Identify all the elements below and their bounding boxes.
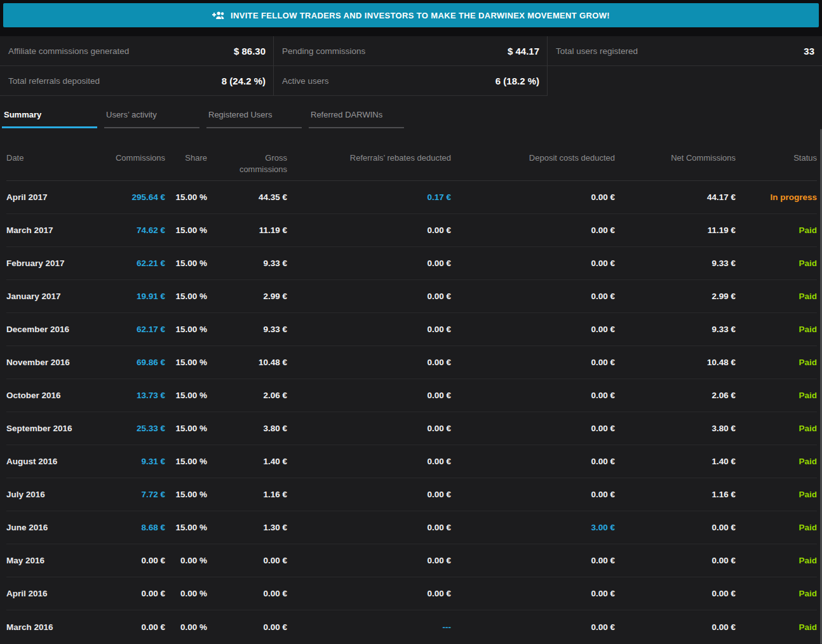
cell-status: Paid bbox=[736, 358, 817, 367]
stat-value: $ 86.30 bbox=[234, 46, 266, 57]
column-header-status: Status bbox=[736, 152, 817, 175]
tab-registered-users[interactable]: Registered Users bbox=[206, 110, 302, 128]
cell-date: December 2016 bbox=[6, 325, 83, 334]
cell-share: 15.00 % bbox=[165, 490, 207, 499]
cell-share: 15.00 % bbox=[165, 258, 207, 268]
cell-gross: 1.16 € bbox=[207, 490, 287, 499]
cell-commissions[interactable]: 7.72 € bbox=[83, 490, 165, 499]
table-row: October 201613.73 €15.00 %2.06 €0.00 €0.… bbox=[6, 379, 817, 412]
cell-commissions[interactable]: 69.86 € bbox=[83, 358, 165, 367]
cell-gross: 11.19 € bbox=[207, 225, 287, 235]
tab-referred-darwins[interactable]: Referred DARWINs bbox=[309, 110, 404, 128]
cell-rebates: 0.00 € bbox=[287, 258, 451, 268]
cell-commissions[interactable]: 295.64 € bbox=[83, 192, 165, 202]
table-row: March 201774.62 €15.00 %11.19 €0.00 €0.0… bbox=[6, 214, 817, 247]
stats-panel: Affiliate commissions generated $ 86.30 … bbox=[0, 36, 822, 96]
column-header-referrals-rebates: Referrals’ rebates deducted bbox=[287, 152, 451, 175]
cell-gross: 9.33 € bbox=[207, 325, 287, 334]
cell-gross: 0.00 € bbox=[207, 622, 287, 632]
cell-gross: 0.00 € bbox=[207, 556, 287, 565]
cell-net: 0.00 € bbox=[615, 589, 736, 598]
cell-deposit: 0.00 € bbox=[451, 258, 615, 268]
cell-date: March 2016 bbox=[6, 622, 83, 632]
stat-value: 33 bbox=[804, 46, 814, 57]
cell-date: September 2016 bbox=[6, 424, 83, 433]
cell-rebates: 0.00 € bbox=[287, 358, 451, 367]
table-row: May 20160.00 €0.00 %0.00 €0.00 €0.00 €0.… bbox=[6, 544, 817, 577]
table-row: January 201719.91 €15.00 %2.99 €0.00 €0.… bbox=[6, 280, 817, 313]
cell-share: 15.00 % bbox=[165, 391, 207, 400]
stats-column-1: Affiliate commissions generated $ 86.30 … bbox=[0, 36, 274, 96]
invite-banner[interactable]: INVITE FELLOW TRADERS AND INVESTORS TO M… bbox=[3, 3, 819, 27]
table-body: April 2017295.64 €15.00 %44.35 €0.17 €0.… bbox=[6, 181, 817, 643]
cell-rebates: 0.00 € bbox=[287, 457, 451, 466]
cell-commissions[interactable]: 62.17 € bbox=[83, 325, 165, 334]
table-row: March 20160.00 €0.00 %0.00 €---0.00 €0.0… bbox=[6, 610, 817, 643]
column-header-deposit-costs: Deposit costs deducted bbox=[451, 152, 615, 175]
cell-rebates: 0.00 € bbox=[287, 556, 451, 565]
tab-users-activity[interactable]: Users’ activity bbox=[104, 110, 199, 128]
cell-rebates: 0.00 € bbox=[287, 523, 451, 532]
cell-commissions[interactable]: 9.31 € bbox=[83, 457, 165, 466]
cell-share: 0.00 % bbox=[165, 556, 207, 565]
cell-commissions[interactable]: 13.73 € bbox=[83, 391, 165, 400]
cell-commissions: 0.00 € bbox=[83, 556, 165, 565]
cell-deposit: 0.00 € bbox=[451, 490, 615, 499]
table-row: April 20160.00 €0.00 %0.00 €0.00 €0.00 €… bbox=[6, 577, 817, 610]
cell-commissions[interactable]: 62.21 € bbox=[83, 258, 165, 268]
cell-gross: 2.06 € bbox=[207, 391, 287, 400]
cell-status: Paid bbox=[736, 523, 817, 532]
cell-share: 15.00 % bbox=[165, 192, 207, 202]
cell-share: 0.00 % bbox=[165, 589, 207, 598]
cell-rebates[interactable]: 0.17 € bbox=[287, 192, 451, 202]
table-row: September 201625.33 €15.00 %3.80 €0.00 €… bbox=[6, 412, 817, 445]
cell-status: Paid bbox=[736, 225, 817, 235]
cell-date: July 2016 bbox=[6, 490, 83, 499]
cell-rebates: 0.00 € bbox=[287, 325, 451, 334]
cell-share: 15.00 % bbox=[165, 292, 207, 301]
cell-rebates[interactable]: --- bbox=[287, 622, 451, 632]
cell-deposit: 0.00 € bbox=[451, 192, 615, 202]
cell-commissions[interactable]: 74.62 € bbox=[83, 225, 165, 235]
cell-deposit: 0.00 € bbox=[451, 391, 615, 400]
cell-net: 10.48 € bbox=[615, 358, 736, 367]
table-row: August 20169.31 €15.00 %1.40 €0.00 €0.00… bbox=[6, 445, 817, 478]
stat-label: Active users bbox=[282, 76, 329, 86]
cell-gross: 1.30 € bbox=[207, 523, 287, 532]
cell-commissions[interactable]: 25.33 € bbox=[83, 424, 165, 433]
cell-deposit: 0.00 € bbox=[451, 589, 615, 598]
cell-rebates: 0.00 € bbox=[287, 424, 451, 433]
cell-deposit: 0.00 € bbox=[451, 325, 615, 334]
cell-date: February 2017 bbox=[6, 258, 83, 268]
cell-share: 15.00 % bbox=[165, 457, 207, 466]
cell-status: Paid bbox=[736, 556, 817, 565]
cell-commissions[interactable]: 8.68 € bbox=[83, 523, 165, 532]
cell-deposit[interactable]: 3.00 € bbox=[451, 523, 615, 532]
tab-summary[interactable]: Summary bbox=[2, 110, 97, 128]
table-row: November 201669.86 €15.00 %10.48 €0.00 €… bbox=[6, 346, 817, 379]
cell-status: Paid bbox=[736, 589, 817, 598]
cell-status: Paid bbox=[736, 325, 817, 334]
stat-label: Affiliate commissions generated bbox=[8, 46, 129, 56]
cell-rebates: 0.00 € bbox=[287, 391, 451, 400]
cell-deposit: 0.00 € bbox=[451, 457, 615, 466]
cell-deposit: 0.00 € bbox=[451, 556, 615, 565]
invite-banner-label: INVITE FELLOW TRADERS AND INVESTORS TO M… bbox=[231, 11, 610, 20]
cell-net: 0.00 € bbox=[615, 523, 736, 532]
cell-commissions: 0.00 € bbox=[83, 589, 165, 598]
cell-date: October 2016 bbox=[6, 391, 83, 400]
stat-value: 8 (24.2 %) bbox=[222, 76, 266, 86]
cell-status: Paid bbox=[736, 622, 817, 632]
stats-column-2: Pending commissions $ 44.17 Active users… bbox=[274, 36, 548, 96]
cell-share: 15.00 % bbox=[165, 225, 207, 235]
cell-deposit: 0.00 € bbox=[451, 225, 615, 235]
cell-commissions[interactable]: 19.91 € bbox=[83, 292, 165, 301]
cell-date: January 2017 bbox=[6, 292, 83, 301]
stat-total-referrals-deposited: Total referrals deposited 8 (24.2 %) bbox=[0, 66, 273, 96]
cell-gross: 2.99 € bbox=[207, 292, 287, 301]
cell-share: 0.00 % bbox=[165, 622, 207, 632]
cell-deposit: 0.00 € bbox=[451, 424, 615, 433]
cell-net: 9.33 € bbox=[615, 258, 736, 268]
stat-label: Pending commissions bbox=[282, 46, 365, 56]
table-row: July 20167.72 €15.00 %1.16 €0.00 €0.00 €… bbox=[6, 478, 817, 511]
